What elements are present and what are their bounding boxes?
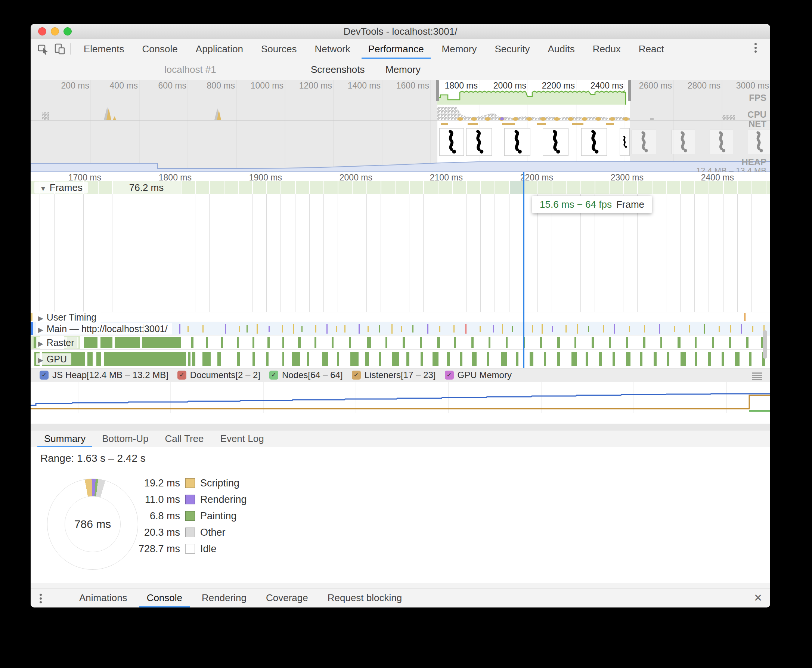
memory-label: Memory [385,64,420,75]
screenshot-thumbnail[interactable] [439,128,464,156]
gpu-task-bar [722,352,724,366]
triangle-right-icon[interactable]: ▶ [38,356,43,364]
tab-security[interactable]: Security [486,39,539,59]
raster-task-bar [84,337,97,348]
raster-task-bar [367,337,371,348]
track-user-timing[interactable]: ▶User Timing [31,312,770,322]
overview-ruler-label: 2000 ms [470,81,526,91]
frame-column-line [737,194,738,312]
drawer-tab-console[interactable]: Console [137,588,192,608]
raster-task-bar [592,337,594,348]
drawer-tab-animations[interactable]: Animations [70,588,137,608]
close-drawer-icon[interactable]: × [754,590,762,606]
overview-ruler-label: 1600 ms [373,81,429,91]
drawer-menu-icon[interactable] [40,592,42,605]
memory-counter[interactable]: ✓Nodes[64 – 64] [269,370,343,380]
selection-left-handle[interactable] [436,80,439,101]
playhead-line[interactable] [523,172,524,368]
screenshot-thumbnail[interactable] [748,130,770,154]
selection-right-handle[interactable] [628,80,631,101]
screenshot-thumbnail[interactable] [710,130,733,154]
gpu-task-bar [460,352,462,366]
screenshot-thumbnail[interactable] [671,130,695,154]
legend-swatch [185,528,195,537]
user-timing-marker [31,313,32,321]
triangle-right-icon[interactable]: ▶ [38,314,43,322]
memory-counter-label: GPU Memory [458,370,512,380]
memory-counter-checkbox[interactable]: ✓ [40,371,48,379]
flame-chart-area[interactable]: 1700 ms1800 ms1900 ms2000 ms2100 ms2200 … [31,172,770,368]
details-tab-event-log[interactable]: Event Log [212,430,272,447]
vertical-scrollbar[interactable] [763,330,767,359]
memory-counter-label: JS Heap[12.4 MB – 13.2 MB] [52,370,168,380]
tab-audits[interactable]: Audits [539,39,584,59]
memory-counter-checkbox[interactable]: ✓ [445,371,454,379]
more-options-icon[interactable] [754,42,757,54]
frame-separator [224,181,225,194]
drawer-tab-request-blocking[interactable]: Request blocking [318,588,412,608]
screenshot-thumbnail[interactable] [620,128,630,156]
memory-counter-checkbox[interactable]: ✓ [352,371,361,379]
frame-column-line [238,194,238,312]
frame-column-line [438,194,438,312]
triangle-right-icon[interactable]: ▶ [38,326,43,333]
track-gpu[interactable]: ▶GPU [31,349,770,368]
memory-counter[interactable]: ✓Listeners[17 – 23] [352,370,436,380]
frame-separator [466,181,467,194]
memory-counter-checkbox[interactable]: ✓ [177,371,187,379]
frame-separator [209,181,210,194]
screenshot-thumbnail[interactable] [504,128,530,156]
screenshot-thumbnail[interactable] [466,128,492,156]
tab-performance[interactable]: Performance [359,39,433,59]
track-main[interactable]: ▶Main — http://localhost:3001/ [31,322,770,335]
tab-memory[interactable]: Memory [433,39,486,59]
memory-counter[interactable]: ✓JS Heap[12.4 MB – 13.2 MB] [40,370,168,380]
drawer-tab-coverage[interactable]: Coverage [256,588,318,608]
frame-column-line [224,194,224,312]
drawer: AnimationsConsoleRenderingCoverageReques… [31,583,770,608]
gpu-task-bar [557,352,560,366]
raster-task-bar [626,337,628,348]
hamburger-menu-icon[interactable] [752,371,762,381]
screenshot-thumbnail[interactable] [581,128,607,156]
tab-sources[interactable]: Sources [252,39,305,59]
tab-redux[interactable]: Redux [584,39,630,59]
timeline-overview[interactable]: 200 ms400 ms600 ms800 ms1000 ms1200 ms14… [31,80,770,172]
raster-task-bar [115,337,140,348]
raster-task-bar [471,337,474,348]
main-thread-event-tick [439,326,440,332]
memory-chart[interactable] [31,382,770,413]
screenshot-thumbnail[interactable] [543,128,569,156]
gpu-task-bar [282,352,284,366]
tab-elements[interactable]: Elements [75,39,133,59]
track-raster[interactable]: ▶Raster [31,335,770,349]
inspect-element-icon[interactable] [37,43,49,55]
frame-separator [566,181,567,194]
screenshot-thumbnail[interactable] [632,130,656,154]
profile-select[interactable]: localhost #1 [164,64,216,75]
raster-task-bar [100,337,112,348]
tab-network[interactable]: Network [305,39,359,59]
window-title: DevTools - localhost:3001/ [31,24,770,39]
frame-column-line [338,194,338,312]
drawer-tab-rendering[interactable]: Rendering [192,588,256,608]
memory-counter-checkbox[interactable]: ✓ [269,371,278,379]
split-divider[interactable] [31,424,770,430]
triangle-right-icon[interactable]: ▶ [38,340,43,347]
main-thread-event-tick [336,326,337,332]
frames-track-label[interactable]: ▼Frames [34,182,88,194]
main-thread-event-tick [674,326,675,332]
legend-swatch [185,478,195,488]
tab-react[interactable]: React [630,39,673,59]
gpu-task-bar [237,352,240,366]
legend-row: 20.3 msOther [120,526,225,539]
details-tab-summary[interactable]: Summary [36,430,94,447]
details-tab-bottom-up[interactable]: Bottom-Up [94,430,157,447]
tab-application[interactable]: Application [187,39,252,59]
tab-console[interactable]: Console [133,39,187,59]
frame-separator [295,181,296,194]
memory-counter[interactable]: ✓Documents[2 – 2] [177,370,260,380]
details-tab-call-tree[interactable]: Call Tree [157,430,212,447]
memory-counter[interactable]: ✓GPU Memory [445,370,512,380]
device-toolbar-icon[interactable] [54,43,66,55]
